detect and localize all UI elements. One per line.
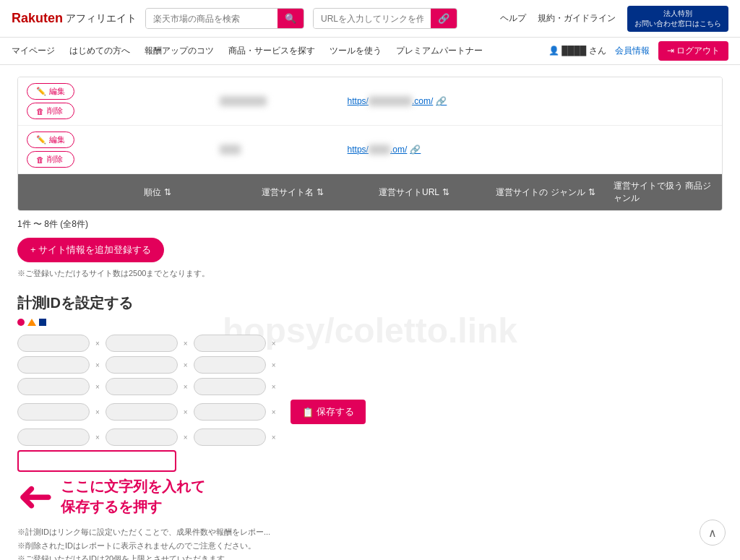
id-close-2-2[interactable]: × bbox=[182, 360, 189, 371]
id-close-2-3[interactable]: × bbox=[270, 360, 278, 371]
save-icon: 📋 bbox=[302, 407, 314, 418]
edit-button-2[interactable]: ✏️ 編集 bbox=[27, 132, 74, 148]
guide-link[interactable]: 規約・ガイドライン bbox=[538, 12, 616, 25]
delete-label-1: 削除 bbox=[47, 105, 63, 116]
highlighted-input[interactable] bbox=[17, 450, 176, 472]
arrow-icon: ➜ bbox=[17, 475, 53, 518]
row-cell-url-2[interactable]: https/■■.om/ 🔗 bbox=[339, 139, 467, 160]
sort-icon-rank[interactable]: ⇅ bbox=[164, 187, 171, 197]
url-text-1: https/■■■■■.com/ bbox=[348, 96, 434, 106]
annotation-text: ここに文字列を入れて 保存するを押す bbox=[61, 476, 205, 517]
header: Rakuten アフィリエイト 🔍 🔗 ヘルプ 規約・ガイドライン 法人特別 お… bbox=[0, 0, 740, 38]
search-button[interactable]: 🔍 bbox=[278, 9, 304, 28]
id-input-3-2[interactable] bbox=[106, 378, 178, 395]
id-close-4-2[interactable]: × bbox=[182, 407, 189, 418]
site-name-1: ■■■■■■■■■ bbox=[220, 96, 267, 106]
logo-affiliate-text: アフィリエイト bbox=[66, 12, 137, 25]
delete-button-1[interactable]: 🗑 削除 bbox=[27, 103, 74, 119]
row-cell-url-1[interactable]: https/■■■■■.com/ 🔗 bbox=[339, 90, 467, 112]
count-text: 1件 〜 8件 (全8件) bbox=[17, 218, 723, 231]
sort-icon-url[interactable]: ⇅ bbox=[442, 187, 449, 197]
contact-box[interactable]: 法人特別 お問い合わせ窓口はこちら bbox=[627, 6, 728, 32]
row-cell-product-2 bbox=[594, 144, 722, 155]
id-close-3-1[interactable]: × bbox=[94, 382, 101, 392]
url-link-icon-2: 🔗 bbox=[410, 145, 421, 155]
search-bar: 🔍 bbox=[145, 8, 304, 29]
row-cell-name-1: ■■■■■■■■■ bbox=[211, 90, 339, 112]
nav-item-premium[interactable]: プレミアムパートナー bbox=[396, 38, 483, 64]
id-input-5-3[interactable] bbox=[194, 428, 266, 446]
th-genre: 運営サイトの ジャンル ⇅ bbox=[487, 174, 604, 210]
id-input-3-1[interactable] bbox=[17, 378, 90, 395]
th-genre-label: 運営サイトの ジャンル bbox=[496, 186, 585, 199]
annotation-line1: ここに文字列を入れて bbox=[61, 476, 205, 496]
id-close-5-2[interactable]: × bbox=[182, 432, 189, 443]
section-icons bbox=[17, 319, 723, 326]
id-input-2-3[interactable] bbox=[194, 356, 266, 374]
save-button[interactable]: 📋 保存する bbox=[291, 400, 366, 424]
nav-item-tips[interactable]: 報酬アップのコツ bbox=[145, 38, 214, 64]
id-input-3-3[interactable] bbox=[194, 378, 266, 395]
row-cell-product-1 bbox=[594, 95, 722, 107]
edit-icon-2: ✏️ bbox=[36, 135, 46, 145]
id-close-4-1[interactable]: × bbox=[94, 407, 101, 418]
id-input-2-2[interactable] bbox=[106, 356, 178, 374]
logout-button[interactable]: ⇥ ログアウト bbox=[658, 41, 728, 61]
table-row: ✏️ 編集 🗑 削除 ■■■■ https/■■.om/ 🔗 bbox=[18, 126, 722, 174]
url-input[interactable] bbox=[314, 9, 431, 28]
action-buttons-1: ✏️ 編集 🗑 削除 bbox=[18, 77, 83, 125]
logout-label: ログアウト bbox=[676, 46, 720, 56]
sort-icon-name[interactable]: ⇅ bbox=[317, 187, 324, 197]
id-close-3-3[interactable]: × bbox=[270, 382, 278, 392]
site-table: ✏️ 編集 🗑 削除 ■■■■■■■■■ https/■■■■■.com/ bbox=[17, 77, 723, 211]
id-close-1-1[interactable]: × bbox=[94, 338, 101, 349]
search-input[interactable] bbox=[146, 9, 278, 28]
id-input-4-3[interactable] bbox=[194, 403, 266, 421]
delete-button-2[interactable]: 🗑 削除 bbox=[27, 151, 74, 168]
nav-item-mypage[interactable]: マイページ bbox=[12, 38, 55, 64]
logo-rakuten-text: Rakuten bbox=[12, 11, 63, 26]
help-link[interactable]: ヘルプ bbox=[500, 12, 526, 25]
id-input-1-3[interactable] bbox=[194, 335, 266, 352]
nav-bar: マイページ はじめての方へ 報酬アップのコツ 商品・サービスを探す ツールを使う… bbox=[0, 38, 740, 65]
id-form-row-3: × × × bbox=[17, 378, 366, 395]
row-cell-name-2: ■■■■ bbox=[211, 139, 339, 160]
nav-item-products[interactable]: 商品・サービスを探す bbox=[228, 38, 315, 64]
id-close-4-3[interactable]: × bbox=[270, 407, 278, 418]
id-close-5-3[interactable]: × bbox=[270, 432, 278, 443]
id-input-1-2[interactable] bbox=[106, 335, 178, 352]
table-header: 順位 ⇅ 運営サイト名 ⇅ 運営サイトURL ⇅ 運営サイトの ジャンル ⇅ 運… bbox=[18, 174, 722, 210]
add-site-button[interactable]: + サイト情報を追加登録する bbox=[17, 238, 164, 262]
id-close-3-2[interactable]: × bbox=[182, 382, 189, 392]
footer-notes: ※計測IDはリンク毎に設定いただくことで、成果件数や報酬をレポー... ※削除さ… bbox=[17, 525, 723, 560]
id-form-container: × × × × × × × bbox=[17, 335, 366, 472]
id-input-4-1[interactable] bbox=[17, 403, 90, 421]
sort-icon-genre[interactable]: ⇅ bbox=[588, 187, 595, 197]
table-row: ✏️ 編集 🗑 削除 ■■■■■■■■■ https/■■■■■.com/ bbox=[18, 77, 722, 126]
id-input-2-1[interactable] bbox=[17, 356, 90, 374]
id-input-5-1[interactable] bbox=[17, 428, 90, 446]
section-title: 計測IDを設定する bbox=[17, 293, 723, 313]
url-button[interactable]: 🔗 bbox=[431, 9, 457, 28]
id-close-5-1[interactable]: × bbox=[94, 432, 101, 443]
row-cell-genre-1 bbox=[466, 95, 594, 107]
url-link-icon-1: 🔗 bbox=[436, 96, 447, 106]
id-form-row-4: × × × 📋 保存する bbox=[17, 400, 366, 424]
edit-button-1[interactable]: ✏️ 編集 bbox=[27, 83, 74, 100]
row-cell-rank-2 bbox=[83, 144, 211, 155]
nav-item-tools[interactable]: ツールを使う bbox=[330, 38, 382, 64]
logo: Rakuten アフィリエイト bbox=[12, 11, 137, 26]
id-close-2-1[interactable]: × bbox=[94, 360, 101, 371]
dot-blue-icon bbox=[39, 319, 46, 326]
id-close-1-2[interactable]: × bbox=[182, 338, 189, 349]
edit-label-1: 編集 bbox=[49, 86, 65, 97]
nav-user: 👤 ████ さん bbox=[548, 45, 606, 57]
id-input-1-1[interactable] bbox=[17, 335, 90, 352]
delete-icon-1: 🗑 bbox=[36, 107, 44, 116]
id-close-1-3[interactable]: × bbox=[270, 338, 278, 349]
id-input-4-2[interactable] bbox=[106, 403, 178, 421]
nav-item-beginners[interactable]: はじめての方へ bbox=[69, 38, 130, 64]
logout-icon: ⇥ bbox=[667, 46, 674, 56]
id-input-5-2[interactable] bbox=[106, 428, 178, 446]
nav-member-link[interactable]: 会員情報 bbox=[615, 45, 650, 57]
